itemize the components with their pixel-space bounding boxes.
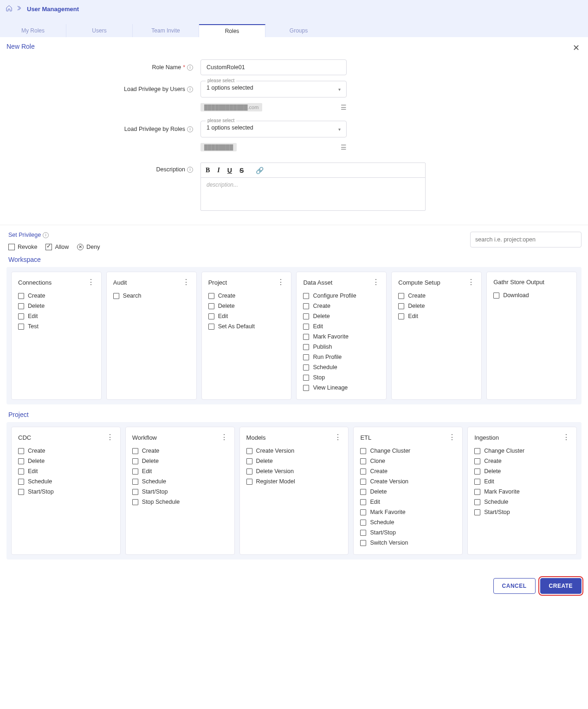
info-icon[interactable]: i xyxy=(187,126,193,132)
info-icon[interactable]: i xyxy=(187,167,193,173)
role-name-input[interactable] xyxy=(200,59,347,75)
privilege-item[interactable]: Schedule xyxy=(303,364,380,371)
checkbox[interactable] xyxy=(303,385,309,391)
checkbox[interactable] xyxy=(246,479,252,485)
privilege-item[interactable]: Start/Stop xyxy=(360,529,456,536)
privilege-item[interactable]: Create Version xyxy=(360,478,456,485)
privilege-item[interactable]: Edit xyxy=(132,468,228,475)
privilege-item[interactable]: Stop xyxy=(303,374,380,381)
privilege-item[interactable]: Delete Version xyxy=(246,468,342,475)
info-icon[interactable]: i xyxy=(187,65,193,71)
privilege-item[interactable]: Delete xyxy=(360,488,456,495)
privilege-item[interactable]: Create xyxy=(18,448,114,454)
checkbox[interactable] xyxy=(303,293,309,299)
checkbox[interactable] xyxy=(303,313,309,319)
bold-icon[interactable]: B xyxy=(206,167,210,174)
privilege-item[interactable]: Configure Profile xyxy=(303,293,380,299)
privilege-item[interactable]: Change Cluster xyxy=(474,448,570,454)
privilege-item[interactable]: Delete xyxy=(246,458,342,464)
checkbox[interactable] xyxy=(208,313,214,319)
checkbox[interactable] xyxy=(303,303,309,309)
description-editor[interactable]: B I U S 🔗 description... xyxy=(200,163,426,211)
privilege-item[interactable]: Clone xyxy=(360,458,456,464)
privilege-item[interactable]: Delete xyxy=(18,458,114,464)
tab-groups[interactable]: Groups xyxy=(265,24,332,37)
privilege-item[interactable]: Edit xyxy=(398,313,475,319)
privilege-item[interactable]: Create xyxy=(132,448,228,454)
privilege-item[interactable]: Create xyxy=(303,303,380,309)
privilege-item[interactable]: Create xyxy=(360,468,456,475)
checkbox[interactable] xyxy=(398,313,404,319)
checkbox[interactable] xyxy=(360,489,366,495)
checkbox[interactable] xyxy=(18,458,24,464)
checkbox[interactable] xyxy=(246,448,252,454)
list-icon[interactable]: ☰ xyxy=(341,104,347,111)
home-icon[interactable] xyxy=(6,5,13,13)
checkbox[interactable] xyxy=(132,448,138,454)
checkbox[interactable] xyxy=(398,303,404,309)
privilege-item[interactable]: Delete xyxy=(474,468,570,475)
privilege-item[interactable]: Delete xyxy=(132,458,228,464)
privilege-item[interactable]: Create xyxy=(398,293,475,299)
checkbox[interactable] xyxy=(246,458,252,464)
privilege-item[interactable]: Delete xyxy=(398,303,475,309)
privilege-item[interactable]: Start/Stop xyxy=(132,488,228,495)
info-icon[interactable]: i xyxy=(43,232,49,238)
checkbox[interactable] xyxy=(474,509,480,515)
load-roles-select[interactable]: please select 1 options selected ▾ xyxy=(200,121,347,137)
checkbox[interactable] xyxy=(474,448,480,454)
checkbox[interactable] xyxy=(208,303,214,309)
privilege-item[interactable]: Schedule xyxy=(360,519,456,526)
checkbox[interactable] xyxy=(474,499,480,505)
checkbox[interactable] xyxy=(303,334,309,340)
privilege-item[interactable]: Create Version xyxy=(246,448,342,454)
link-icon[interactable]: 🔗 xyxy=(256,167,264,174)
privilege-item[interactable]: Change Cluster xyxy=(360,448,456,454)
checkbox[interactable] xyxy=(474,458,480,464)
checkbox[interactable] xyxy=(18,448,24,454)
checkbox[interactable] xyxy=(360,468,366,475)
tab-users[interactable]: Users xyxy=(66,24,133,37)
checkbox[interactable] xyxy=(360,479,366,485)
checkbox[interactable] xyxy=(18,479,24,485)
checkbox[interactable] xyxy=(493,293,499,299)
kebab-icon[interactable]: ⋮ xyxy=(372,279,380,286)
kebab-icon[interactable]: ⋮ xyxy=(277,279,284,286)
checkbox[interactable] xyxy=(132,468,138,475)
privilege-item[interactable]: Edit xyxy=(208,313,285,319)
privilege-item[interactable]: Delete xyxy=(303,313,380,319)
checkbox[interactable] xyxy=(360,499,366,505)
kebab-icon[interactable]: ⋮ xyxy=(448,434,456,441)
checkbox[interactable] xyxy=(18,303,24,309)
checkbox[interactable] xyxy=(303,354,309,360)
privilege-item[interactable]: Delete xyxy=(18,303,95,309)
checkbox[interactable] xyxy=(208,324,214,330)
privilege-item[interactable]: Mark Favorite xyxy=(360,509,456,515)
cancel-button[interactable]: CANCEL xyxy=(493,578,536,594)
close-icon[interactable]: ✕ xyxy=(573,43,582,53)
checkbox[interactable] xyxy=(246,468,252,475)
checkbox[interactable] xyxy=(18,489,24,495)
tab-roles[interactable]: Roles xyxy=(199,24,265,37)
checkbox[interactable] xyxy=(303,364,309,371)
privilege-item[interactable]: Test xyxy=(18,323,95,330)
checkbox[interactable] xyxy=(18,468,24,475)
privilege-item[interactable]: Download xyxy=(493,292,570,299)
checkbox[interactable] xyxy=(360,530,366,536)
privilege-item[interactable]: View Lineage xyxy=(303,384,380,391)
checkbox[interactable] xyxy=(132,479,138,485)
privilege-item[interactable]: Mark Favorite xyxy=(474,488,570,495)
privilege-item[interactable]: Edit xyxy=(18,313,95,319)
privilege-item[interactable]: Register Model xyxy=(246,478,342,485)
privilege-item[interactable]: Edit xyxy=(303,323,380,330)
privilege-item[interactable]: Create xyxy=(208,293,285,299)
list-icon[interactable]: ☰ xyxy=(341,143,347,151)
italic-icon[interactable]: I xyxy=(217,167,220,174)
kebab-icon[interactable]: ⋮ xyxy=(106,434,114,441)
checkbox[interactable] xyxy=(132,499,138,505)
privilege-item[interactable]: Edit xyxy=(18,468,114,475)
info-icon[interactable]: i xyxy=(187,86,193,92)
privilege-item[interactable]: Edit xyxy=(474,478,570,485)
tab-team-invite[interactable]: Team Invite xyxy=(133,24,199,37)
description-body[interactable]: description... xyxy=(201,178,425,210)
